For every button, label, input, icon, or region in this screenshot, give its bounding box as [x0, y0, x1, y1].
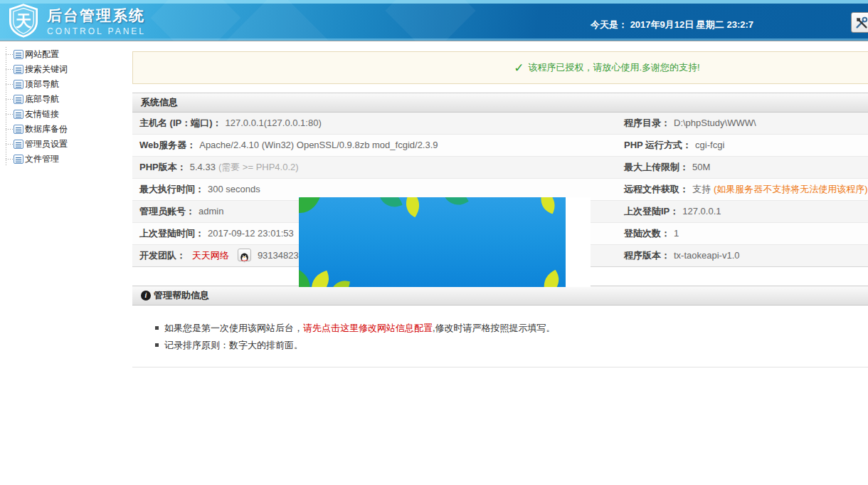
- info-label: Web服务器：: [139, 140, 196, 150]
- date-label: 今天是：: [591, 19, 628, 30]
- check-icon: ✓: [514, 61, 524, 75]
- sidebar-item-top-nav[interactable]: 顶部导航: [6, 77, 132, 92]
- table-row: Web服务器：Apache/2.4.10 (Win32) OpenSSL/0.9…: [132, 135, 868, 157]
- license-notice-bar: ✓ 该程序已授权，请放心使用.多谢您的支持!: [132, 51, 868, 84]
- info-note: (需要 >= PHP4.0.2): [218, 162, 299, 172]
- sidebar-item-search-keywords[interactable]: 搜索关键词: [6, 62, 132, 77]
- sidebar-item-site-config[interactable]: 网站配置: [6, 47, 132, 62]
- info-label: 主机名 (IP：端口)：: [139, 118, 222, 128]
- license-notice-text: 该程序已授权，请放心使用.多谢您的支持!: [529, 61, 700, 74]
- table-row: 主机名 (IP：端口)：127.0.0.1(127.0.0.1:80) 程序目录…: [132, 113, 868, 135]
- sidebar-item-label: 网站配置: [25, 48, 59, 61]
- document-icon: [14, 65, 23, 74]
- header-decoration: [150, 0, 240, 41]
- info-cell: 上次登陆IP：127.0.0.1: [619, 201, 868, 222]
- info-value: tx-taokeapi-v1.0: [674, 250, 740, 261]
- info-label: 程序版本：: [624, 250, 670, 261]
- info-cell: PHP 运行方式：cgi-fcgi: [619, 135, 868, 156]
- leaf-decoration: [330, 278, 350, 287]
- sidebar-item-label: 搜索关键词: [25, 63, 68, 75]
- info-label: 管理员账号：: [139, 206, 195, 217]
- info-value: 5.4.33: [190, 162, 216, 172]
- help-item: 记录排序原则：数字大的排前面。: [155, 337, 868, 354]
- info-label: PHP版本：: [139, 162, 186, 172]
- leaf-decoration: [443, 197, 469, 211]
- current-date-text: 今天是： 2017年9月12日 星期二 23:2:7: [591, 19, 753, 31]
- bullet-icon: [155, 326, 159, 330]
- info-label: 远程文件获取：: [624, 184, 689, 194]
- info-cell: 登陆次数：1: [619, 223, 868, 244]
- leaf-decoration: [307, 271, 334, 287]
- sidebar-item-friend-links[interactable]: 友情链接: [6, 107, 132, 122]
- date-value: 2017年9月12日 星期二 23:2:7: [630, 19, 753, 30]
- info-label: 程序目录：: [624, 118, 670, 128]
- info-cell: 远程文件获取：支持(如果服务器不支持将无法使用该程序): [619, 179, 868, 200]
- info-cell: 最大上传限制：50M: [619, 157, 868, 178]
- info-label: 最大执行时间：: [139, 184, 204, 194]
- sidebar-nav: 网站配置 搜索关键词 顶部导航 底部导航 友情链接 数据库备份 管理员设置 文件…: [0, 44, 132, 167]
- dev-team-link[interactable]: 天天网络: [192, 250, 229, 261]
- info-cell: Web服务器：Apache/2.4.10 (Win32) OpenSSL/0.9…: [132, 135, 619, 156]
- info-cell: 程序目录：D:\phpStudy\WWW\: [619, 113, 868, 134]
- document-icon: [14, 140, 23, 149]
- help-section-header: i 管理帮助信息: [132, 286, 868, 306]
- leaf-decoration: [379, 197, 402, 212]
- leaf-decoration: [538, 270, 564, 287]
- help-title: 管理帮助信息: [154, 286, 209, 305]
- document-icon: [14, 95, 23, 104]
- info-value: D:\phpStudy\WWW\: [674, 118, 756, 128]
- info-value: Apache/2.4.10 (Win32) OpenSSL/0.9.8zb mo…: [199, 140, 438, 150]
- sidebar-item-db-backup[interactable]: 数据库备份: [6, 122, 132, 137]
- table-row: PHP版本：5.4.33(需要 >= PHP4.0.2) 最大上传限制：50M: [132, 157, 868, 179]
- help-text: ,修改时请严格按照提示填写。: [433, 323, 556, 333]
- sidebar-item-admin-settings[interactable]: 管理员设置: [6, 137, 132, 152]
- sidebar-item-file-manager[interactable]: 文件管理: [6, 152, 132, 167]
- info-value: 1: [674, 228, 679, 239]
- info-value: 50M: [692, 162, 710, 172]
- promo-ad-image[interactable]: [299, 197, 566, 287]
- info-label: 登陆次数：: [624, 228, 670, 239]
- info-label: 开发团队：: [139, 250, 186, 261]
- tools-settings-button[interactable]: [851, 12, 868, 33]
- document-icon: [14, 50, 23, 59]
- system-info-header: 系统信息: [132, 93, 868, 113]
- info-label: 上次登陆IP：: [624, 206, 679, 217]
- info-value: cgi-fcgi: [695, 140, 724, 150]
- info-value: 300 seconds: [208, 184, 260, 194]
- document-icon: [14, 80, 23, 89]
- leaf-decoration: [536, 197, 559, 214]
- sidebar-item-label: 文件管理: [25, 153, 59, 165]
- info-cell: PHP版本：5.4.33(需要 >= PHP4.0.2): [132, 157, 619, 178]
- document-icon: [14, 125, 23, 134]
- info-value: admin: [199, 206, 223, 217]
- sidebar-item-label: 管理员设置: [25, 138, 68, 150]
- help-text: 如果您是第一次使用该网站后台，: [164, 323, 303, 333]
- svg-text:天: 天: [15, 11, 32, 30]
- help-section-body: 如果您是第一次使用该网站后台，请先点击这里修改网站信息配置,修改时请严格按照提示…: [132, 306, 868, 367]
- edit-site-config-link[interactable]: 请先点击这里修改网站信息配置: [303, 323, 433, 333]
- qq-number: 931348235: [258, 250, 304, 261]
- shield-logo-icon: 天: [7, 4, 40, 38]
- leaf-decoration: [299, 197, 320, 219]
- system-info-title: 系统信息: [141, 93, 178, 112]
- sidebar-item-label: 友情链接: [25, 108, 59, 120]
- floating-popup: [299, 197, 591, 287]
- app-logo: 天 后台管理系统 CONTROL PANEL: [7, 4, 146, 38]
- info-label: 最大上传限制：: [624, 162, 689, 172]
- document-icon: [14, 155, 23, 164]
- page-subtitle: CONTROL PANEL: [47, 26, 146, 36]
- info-value: 127.0.0.1: [682, 206, 721, 217]
- info-cell: 程序版本：tx-taokeapi-v1.0: [619, 245, 868, 266]
- sidebar-item-label: 顶部导航: [25, 78, 59, 90]
- help-text: 记录排序原则：数字大的排前面。: [164, 340, 303, 350]
- info-warning: (如果服务器不支持将无法使用该程序): [714, 184, 868, 194]
- header-decoration: [385, 0, 475, 41]
- app-header: 天 后台管理系统 CONTROL PANEL 今天是： 2017年9月12日 星…: [0, 0, 868, 41]
- qq-icon[interactable]: [238, 249, 251, 261]
- bullet-icon: [155, 343, 159, 347]
- document-icon: [14, 110, 23, 119]
- info-value: 2017-09-12 23:01:53: [208, 228, 294, 239]
- sidebar-item-bottom-nav[interactable]: 底部导航: [6, 92, 132, 107]
- sidebar-tree: 网站配置 搜索关键词 顶部导航 底部导航 友情链接 数据库备份 管理员设置 文件…: [6, 47, 132, 167]
- info-cell: 主机名 (IP：端口)：127.0.0.1(127.0.0.1:80): [132, 113, 619, 134]
